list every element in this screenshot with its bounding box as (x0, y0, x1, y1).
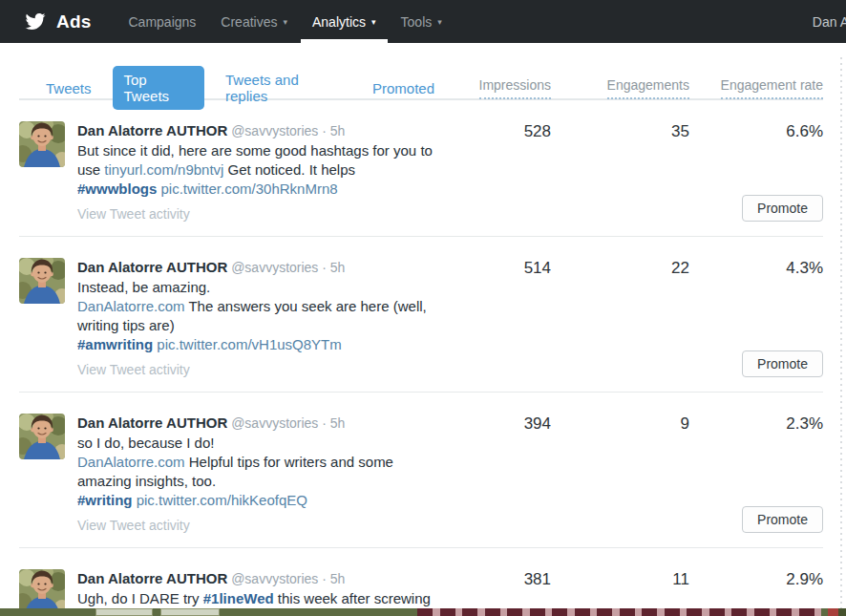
promote-button[interactable]: Promote (742, 506, 823, 533)
brand[interactable]: Ads (23, 11, 92, 32)
account-name[interactable]: Dan A (813, 14, 846, 30)
tweet-row: Dan Alatorre AUTHOR @savvystories · 5h B… (19, 100, 823, 237)
tweet-byline: Dan Alatorre AUTHOR @savvystories · 5h (77, 414, 446, 433)
tweet-row: Dan Alatorre AUTHOR @savvystories · 5h I… (19, 237, 823, 393)
tweet-timestamp: · 5h (322, 123, 345, 138)
tweet-author-handle[interactable]: @savvystories (231, 415, 318, 431)
tweet-text-segment: Instead, be amazing. (77, 279, 210, 295)
tweet-timestamp: · 5h (322, 260, 345, 275)
engagements-value: 22 (551, 258, 689, 378)
tweet-author-name[interactable]: Dan Alatorre AUTHOR (77, 414, 227, 431)
impressions-value: 528 (446, 121, 551, 223)
tweet-text-segment: Get noticed. It helps (223, 161, 355, 178)
tweet-text: so I do, because I do!DanAlatorre.com He… (77, 434, 446, 510)
engagements-value: 35 (551, 121, 689, 223)
strip-button-left (95, 608, 153, 616)
tweet-author-name[interactable]: Dan Alatorre AUTHOR (77, 122, 227, 138)
chevron-down-icon: ▾ (371, 18, 376, 27)
tweet-hashtag-link[interactable]: #writing (77, 492, 133, 508)
tweet-list: Dan Alatorre AUTHOR @savvystories · 5h B… (19, 100, 823, 616)
tweet-url-link[interactable]: DanAlatorre.com (77, 454, 185, 470)
tab-tweets[interactable]: Tweets (34, 74, 103, 102)
tweet-author-name[interactable]: Dan Alatorre AUTHOR (77, 259, 227, 275)
tweet-author-name[interactable]: Dan Alatorre AUTHOR (77, 570, 227, 586)
tweet-hashtag-link[interactable]: #1lineWed (203, 590, 274, 606)
tweet-timestamp: · 5h (322, 415, 345, 431)
tweet-hashtag-link[interactable]: #wwwblogs (77, 181, 157, 197)
tweet-byline: Dan Alatorre AUTHOR @savvystories · 5h (77, 569, 446, 588)
scrollbar-dotted-edge[interactable] (840, 57, 842, 616)
nav-item-creatives[interactable]: Creatives▾ (208, 0, 300, 43)
view-tweet-activity-link[interactable]: View Tweet activity (77, 362, 190, 377)
tweet-url-link[interactable]: pic.twitter.com/hikKeofqEQ (137, 492, 307, 508)
nav-item-campaigns[interactable]: Campaigns (116, 0, 209, 43)
view-tweet-activity-link[interactable]: View Tweet activity (77, 206, 190, 222)
analytics-content: TweetsTop TweetsTweets and repliesPromot… (0, 43, 846, 616)
nav-item-tools[interactable]: Tools▾ (389, 0, 455, 43)
impressions-value: 514 (446, 258, 551, 378)
tweet-hashtag-link[interactable]: #amwriting (77, 336, 153, 352)
strip-button-right (160, 608, 220, 616)
tweet-byline: Dan Alatorre AUTHOR @savvystories · 5h (77, 258, 446, 277)
chevron-down-icon: ▾ (437, 18, 442, 27)
tweet-url-link[interactable]: DanAlatorre.com (77, 298, 185, 314)
tweet-url-link[interactable]: pic.twitter.com/30hRknMrn8 (161, 181, 338, 197)
promote-button[interactable]: Promote (742, 195, 823, 222)
nav-item-analytics[interactable]: Analytics▾ (300, 0, 389, 43)
tweet-text-segment: Ugh, do I DARE try (77, 590, 203, 606)
strip-edge-red (828, 608, 838, 616)
column-header-impressions: Impressions (446, 76, 551, 99)
twitter-ads-analytics-page: Ads CampaignsCreatives▾Analytics▾Tools▾ … (0, 0, 846, 616)
tabs-and-columns-header: TweetsTop TweetsTweets and repliesPromot… (19, 43, 823, 100)
column-header-engagement-rate: Engagement rate (689, 76, 823, 99)
tweet-text-segment: so I do, because I do! (77, 435, 214, 451)
strip-pink-image (417, 608, 821, 616)
tweet-author-handle[interactable]: @savvystories (231, 123, 318, 138)
tweet-timestamp: · 5h (322, 571, 345, 586)
twitter-logo-icon (23, 11, 48, 32)
avatar[interactable] (19, 414, 65, 459)
tweet-text: Instead, be amazing.DanAlatorre.com The … (77, 278, 446, 354)
tab-promoted[interactable]: Promoted (361, 74, 446, 102)
tweet-author-handle[interactable]: @savvystories (231, 571, 318, 586)
nav-menu: CampaignsCreatives▾Analytics▾Tools▾ (116, 0, 455, 43)
top-navbar: Ads CampaignsCreatives▾Analytics▾Tools▾ … (0, 0, 846, 43)
column-header-engagements: Engagements (551, 76, 689, 99)
engagements-value: 9 (551, 414, 689, 534)
tweet-byline: Dan Alatorre AUTHOR @savvystories · 5h (77, 121, 446, 140)
tweet-url-link[interactable]: pic.twitter.com/vH1usQ8YTm (157, 336, 341, 352)
cropped-image-strip (0, 608, 846, 616)
chevron-down-icon: ▾ (283, 18, 287, 27)
avatar[interactable] (19, 258, 65, 304)
promote-button[interactable]: Promote (742, 350, 823, 377)
brand-name: Ads (56, 11, 92, 32)
avatar[interactable] (19, 121, 65, 167)
impressions-value: 394 (446, 414, 551, 534)
view-tweet-activity-link[interactable]: View Tweet activity (77, 518, 190, 533)
tweet-author-handle[interactable]: @savvystories (231, 260, 318, 275)
strip-edge-green (838, 608, 846, 616)
tweet-url-link[interactable]: tinyurl.com/n9bntvj (104, 161, 223, 178)
tweet-row: Dan Alatorre AUTHOR @savvystories · 5h U… (19, 548, 823, 616)
tweet-row: Dan Alatorre AUTHOR @savvystories · 5h s… (19, 393, 823, 548)
tweet-text: But since it did, here are some good has… (77, 141, 446, 199)
